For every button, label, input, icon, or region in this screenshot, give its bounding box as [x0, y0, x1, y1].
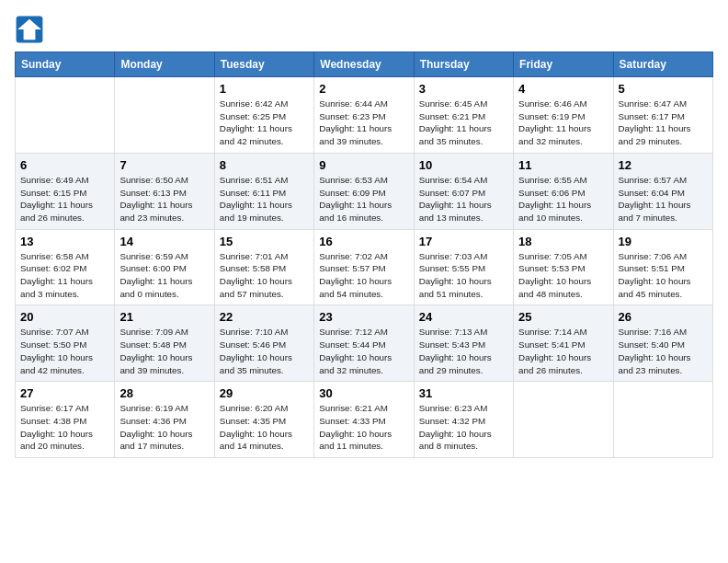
weekday-header: Sunday [16, 52, 115, 77]
day-number: 5 [619, 82, 708, 96]
calendar-cell: 26Sunrise: 7:16 AM Sunset: 5:40 PM Dayli… [613, 305, 712, 382]
day-number: 1 [220, 82, 309, 96]
day-number: 26 [619, 310, 708, 324]
calendar-cell: 28Sunrise: 6:19 AM Sunset: 4:36 PM Dayli… [115, 382, 214, 458]
day-info: Sunrise: 6:57 AM Sunset: 6:04 PM Dayligh… [619, 174, 708, 224]
day-info: Sunrise: 7:06 AM Sunset: 5:51 PM Dayligh… [619, 250, 708, 301]
calendar-week-row: 13Sunrise: 6:58 AM Sunset: 6:02 PM Dayli… [16, 229, 713, 305]
day-info: Sunrise: 7:10 AM Sunset: 5:46 PM Dayligh… [220, 326, 309, 376]
day-info: Sunrise: 7:07 AM Sunset: 5:50 PM Dayligh… [20, 326, 109, 376]
day-number: 20 [20, 310, 109, 324]
calendar-cell: 11Sunrise: 6:55 AM Sunset: 6:06 PM Dayli… [514, 153, 613, 229]
calendar-cell: 5Sunrise: 6:47 AM Sunset: 6:17 PM Daylig… [613, 77, 712, 154]
day-info: Sunrise: 7:09 AM Sunset: 5:48 PM Dayligh… [119, 326, 209, 376]
logo-icon [15, 15, 44, 44]
day-info: Sunrise: 7:16 AM Sunset: 5:40 PM Dayligh… [619, 326, 708, 376]
logo [15, 15, 48, 44]
calendar-cell: 4Sunrise: 6:46 AM Sunset: 6:19 PM Daylig… [514, 77, 613, 154]
day-number: 13 [20, 235, 109, 248]
calendar-cell: 8Sunrise: 6:51 AM Sunset: 6:11 PM Daylig… [214, 153, 313, 229]
day-info: Sunrise: 6:45 AM Sunset: 6:21 PM Dayligh… [419, 98, 508, 148]
calendar-cell [115, 77, 214, 154]
day-number: 3 [419, 82, 508, 96]
calendar-week-row: 20Sunrise: 7:07 AM Sunset: 5:50 PM Dayli… [16, 305, 713, 382]
day-info: Sunrise: 6:58 AM Sunset: 6:02 PM Dayligh… [20, 250, 109, 301]
calendar-cell: 19Sunrise: 7:06 AM Sunset: 5:51 PM Dayli… [613, 229, 712, 305]
calendar-cell: 14Sunrise: 6:59 AM Sunset: 6:00 PM Dayli… [115, 229, 214, 305]
calendar-cell: 29Sunrise: 6:20 AM Sunset: 4:35 PM Dayli… [214, 382, 313, 458]
day-number: 18 [518, 235, 608, 248]
weekday-header: Friday [514, 52, 613, 77]
calendar-cell: 27Sunrise: 6:17 AM Sunset: 4:38 PM Dayli… [16, 382, 115, 458]
day-info: Sunrise: 7:03 AM Sunset: 5:55 PM Dayligh… [419, 250, 508, 301]
calendar-cell: 6Sunrise: 6:49 AM Sunset: 6:15 PM Daylig… [16, 153, 115, 229]
day-number: 4 [518, 82, 608, 96]
calendar-week-row: 1Sunrise: 6:42 AM Sunset: 6:25 PM Daylig… [16, 77, 713, 154]
calendar-cell: 3Sunrise: 6:45 AM Sunset: 6:21 PM Daylig… [414, 77, 513, 154]
day-info: Sunrise: 6:17 AM Sunset: 4:38 PM Dayligh… [20, 402, 109, 453]
day-number: 7 [119, 158, 209, 172]
day-info: Sunrise: 6:19 AM Sunset: 4:36 PM Dayligh… [119, 402, 209, 453]
weekday-header: Tuesday [214, 52, 313, 77]
day-number: 11 [518, 158, 608, 172]
calendar-cell: 1Sunrise: 6:42 AM Sunset: 6:25 PM Daylig… [214, 77, 313, 154]
calendar-cell: 18Sunrise: 7:05 AM Sunset: 5:53 PM Dayli… [514, 229, 613, 305]
calendar-cell: 24Sunrise: 7:13 AM Sunset: 5:43 PM Dayli… [414, 305, 513, 382]
weekday-header: Saturday [613, 52, 712, 77]
day-info: Sunrise: 6:51 AM Sunset: 6:11 PM Dayligh… [220, 174, 309, 224]
day-info: Sunrise: 6:23 AM Sunset: 4:32 PM Dayligh… [419, 402, 508, 453]
day-info: Sunrise: 6:53 AM Sunset: 6:09 PM Dayligh… [319, 174, 408, 224]
calendar-week-row: 6Sunrise: 6:49 AM Sunset: 6:15 PM Daylig… [16, 153, 713, 229]
calendar-cell: 20Sunrise: 7:07 AM Sunset: 5:50 PM Dayli… [16, 305, 115, 382]
calendar-cell: 7Sunrise: 6:50 AM Sunset: 6:13 PM Daylig… [115, 153, 214, 229]
day-info: Sunrise: 6:49 AM Sunset: 6:15 PM Dayligh… [20, 174, 109, 224]
day-number: 22 [220, 310, 309, 324]
day-info: Sunrise: 6:44 AM Sunset: 6:23 PM Dayligh… [319, 98, 408, 148]
day-number: 25 [518, 310, 608, 324]
calendar-cell: 12Sunrise: 6:57 AM Sunset: 6:04 PM Dayli… [613, 153, 712, 229]
day-number: 12 [619, 158, 708, 172]
calendar-cell: 17Sunrise: 7:03 AM Sunset: 5:55 PM Dayli… [414, 229, 513, 305]
calendar-cell: 10Sunrise: 6:54 AM Sunset: 6:07 PM Dayli… [414, 153, 513, 229]
calendar-cell: 15Sunrise: 7:01 AM Sunset: 5:58 PM Dayli… [214, 229, 313, 305]
weekday-header: Thursday [414, 52, 513, 77]
calendar-table: SundayMondayTuesdayWednesdayThursdayFrid… [15, 52, 713, 458]
day-number: 29 [220, 386, 309, 400]
day-number: 8 [220, 158, 309, 172]
day-number: 27 [20, 386, 109, 400]
calendar-cell: 21Sunrise: 7:09 AM Sunset: 5:48 PM Dayli… [115, 305, 214, 382]
day-info: Sunrise: 6:55 AM Sunset: 6:06 PM Dayligh… [518, 174, 608, 224]
day-number: 19 [619, 235, 708, 248]
page-header [15, 15, 713, 44]
calendar-cell [16, 77, 115, 154]
calendar-cell: 13Sunrise: 6:58 AM Sunset: 6:02 PM Dayli… [16, 229, 115, 305]
day-number: 14 [119, 235, 209, 248]
day-info: Sunrise: 7:14 AM Sunset: 5:41 PM Dayligh… [518, 326, 608, 376]
calendar-week-row: 27Sunrise: 6:17 AM Sunset: 4:38 PM Dayli… [16, 382, 713, 458]
calendar-cell: 2Sunrise: 6:44 AM Sunset: 6:23 PM Daylig… [314, 77, 414, 154]
day-info: Sunrise: 6:46 AM Sunset: 6:19 PM Dayligh… [518, 98, 608, 148]
day-info: Sunrise: 6:42 AM Sunset: 6:25 PM Dayligh… [220, 98, 309, 148]
day-info: Sunrise: 6:59 AM Sunset: 6:00 PM Dayligh… [119, 250, 209, 301]
day-info: Sunrise: 7:02 AM Sunset: 5:57 PM Dayligh… [319, 250, 408, 301]
day-info: Sunrise: 7:12 AM Sunset: 5:44 PM Dayligh… [319, 326, 408, 376]
day-number: 15 [220, 235, 309, 248]
day-number: 6 [20, 158, 109, 172]
weekday-header: Monday [115, 52, 214, 77]
day-number: 31 [419, 386, 508, 400]
day-number: 21 [119, 310, 209, 324]
calendar-cell: 22Sunrise: 7:10 AM Sunset: 5:46 PM Dayli… [214, 305, 313, 382]
calendar-header-row: SundayMondayTuesdayWednesdayThursdayFrid… [16, 52, 713, 77]
day-number: 16 [319, 235, 408, 248]
day-number: 24 [419, 310, 508, 324]
day-number: 17 [419, 235, 508, 248]
day-info: Sunrise: 6:21 AM Sunset: 4:33 PM Dayligh… [319, 402, 408, 453]
day-info: Sunrise: 6:54 AM Sunset: 6:07 PM Dayligh… [419, 174, 508, 224]
day-info: Sunrise: 7:13 AM Sunset: 5:43 PM Dayligh… [419, 326, 508, 376]
day-number: 2 [319, 82, 408, 96]
calendar-cell [613, 382, 712, 458]
calendar-cell: 25Sunrise: 7:14 AM Sunset: 5:41 PM Dayli… [514, 305, 613, 382]
calendar-cell [514, 382, 613, 458]
day-info: Sunrise: 7:05 AM Sunset: 5:53 PM Dayligh… [518, 250, 608, 301]
day-number: 28 [119, 386, 209, 400]
